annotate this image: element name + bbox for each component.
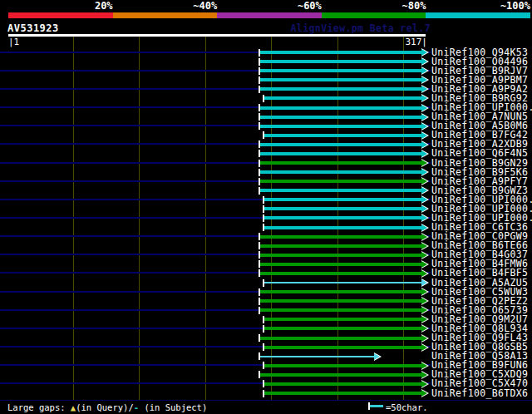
arrowhead-icon: [421, 178, 427, 185]
alignment-bar[interactable]: [260, 69, 421, 72]
arrowhead-icon: [421, 307, 427, 313]
alignment-row: UniRef100_B6TDX6: [0, 389, 532, 398]
alignment-bar[interactable]: [260, 87, 421, 91]
query-ruler-bar: [8, 34, 426, 37]
arrowhead-icon: [421, 114, 427, 121]
alignment-bar[interactable]: [260, 143, 421, 146]
alignment-bar[interactable]: [264, 318, 421, 321]
alignment-bar[interactable]: [260, 161, 421, 165]
alignment-bar[interactable]: [260, 263, 421, 266]
alignment-bar[interactable]: [260, 106, 421, 110]
scale-segment: [113, 12, 218, 18]
arrowhead-icon: [421, 205, 427, 212]
alignment-bar[interactable]: [264, 216, 421, 219]
alignment-bar[interactable]: [260, 235, 421, 239]
arrowhead-icon: [421, 288, 427, 295]
arrowhead-icon: [421, 261, 427, 268]
alignment-bar[interactable]: [260, 51, 421, 54]
alignment-bar[interactable]: [260, 78, 421, 81]
arrowhead-icon: [421, 316, 427, 323]
alignment-bar[interactable]: [260, 180, 421, 183]
alignment-bar[interactable]: [264, 364, 421, 367]
scale-legend-text: =50char.: [386, 402, 428, 412]
arrowhead-icon: [421, 335, 427, 342]
alignment-bar[interactable]: [260, 244, 421, 248]
alignment-bar[interactable]: [264, 226, 421, 229]
arrowhead-icon: [421, 58, 427, 65]
alignment-bar[interactable]: [260, 308, 421, 312]
footer-gap-legend: Large gaps: ▲(in Query)/- (in Subject): [7, 402, 207, 412]
arrowhead-icon: [421, 160, 427, 166]
arrowhead-icon: [421, 196, 427, 203]
alignment-bar[interactable]: [260, 373, 421, 377]
alignment-bar[interactable]: [264, 207, 421, 210]
alignment-bar[interactable]: [260, 254, 421, 257]
arrowhead-icon: [421, 243, 427, 249]
alignment-bar[interactable]: [260, 170, 421, 174]
arrowhead-icon: [421, 141, 427, 148]
arrowhead-icon: [421, 270, 427, 277]
arrowhead-icon: [421, 76, 427, 83]
arrowhead-icon: [421, 95, 427, 101]
arrowhead-icon: [421, 381, 427, 387]
alignview-screen: 20%~40%~60%~80%~100% AV531923 AlignView.…: [0, 0, 532, 414]
ruler-start-label: |1: [8, 37, 19, 47]
arrowhead-icon: [421, 187, 427, 194]
arrowhead-icon: [421, 234, 427, 240]
arrowhead-icon: [421, 123, 427, 130]
gap-subject-text: (in Subject): [139, 402, 207, 412]
alignment-bar[interactable]: [264, 134, 421, 137]
scale-segment: [426, 12, 530, 18]
ruler-end-label: 317|: [406, 37, 428, 47]
scale-label: ~40%: [193, 0, 217, 12]
arrowhead-icon: [421, 362, 427, 369]
arrowhead-icon: [421, 372, 427, 378]
alignment-bar[interactable]: [260, 356, 373, 357]
alignment-bar[interactable]: [264, 198, 421, 201]
alignment-bar[interactable]: [260, 152, 421, 155]
arrowhead-icon: [421, 325, 427, 332]
scale-label: ~80%: [402, 0, 426, 12]
scale-segment: [217, 12, 322, 18]
arrowhead-icon: [421, 224, 427, 231]
arrowhead-icon: [421, 252, 427, 259]
alignment-bar[interactable]: [260, 60, 421, 63]
alignment-bar[interactable]: [260, 189, 421, 192]
alignment-bar[interactable]: [260, 299, 421, 303]
alignment-bar[interactable]: [264, 382, 421, 386]
query-id: AV531923: [7, 22, 59, 34]
alignment-bar[interactable]: [260, 337, 421, 340]
gap-query-text: (in Query)/: [76, 402, 134, 412]
arrowhead-icon: [421, 132, 427, 139]
scale-label: 20%: [95, 0, 113, 12]
arrowhead-icon: [421, 86, 427, 92]
scale-segment: [322, 12, 426, 18]
alignment-bar[interactable]: [260, 272, 421, 275]
watermark-text: AlignView.pm Beta rel.7: [291, 22, 431, 34]
alignment-bar[interactable]: [260, 290, 421, 293]
alignment-bar[interactable]: [264, 282, 421, 283]
arrowhead-icon: [421, 344, 427, 351]
arrowhead-icon: [421, 105, 427, 111]
arrowhead-icon: [421, 279, 427, 286]
scale-label: ~100%: [500, 0, 530, 12]
arrowhead-icon: [421, 169, 427, 175]
arrowhead-icon: [421, 150, 427, 157]
alignment-bar[interactable]: [260, 125, 421, 128]
alignment-bar[interactable]: [260, 116, 421, 119]
scale-segment: [8, 12, 113, 18]
scale-label: ~60%: [298, 0, 322, 12]
hit-label[interactable]: UniRef100_B6TDX6: [431, 389, 528, 398]
gap-legend-text: Large gaps:: [7, 402, 71, 412]
arrowhead-icon: [421, 298, 427, 304]
alignment-bar[interactable]: [264, 327, 421, 330]
alignment-bar[interactable]: [264, 346, 421, 349]
arrowhead-icon: [421, 67, 427, 74]
arrowhead-icon: [421, 49, 427, 56]
scale-legend-bar-icon: [370, 405, 383, 407]
footer-separator-line: [0, 400, 532, 401]
alignment-bar[interactable]: [264, 96, 421, 100]
arrowhead-icon: [421, 390, 427, 397]
alignment-bar[interactable]: [264, 392, 421, 395]
arrowhead-icon: [421, 214, 427, 221]
